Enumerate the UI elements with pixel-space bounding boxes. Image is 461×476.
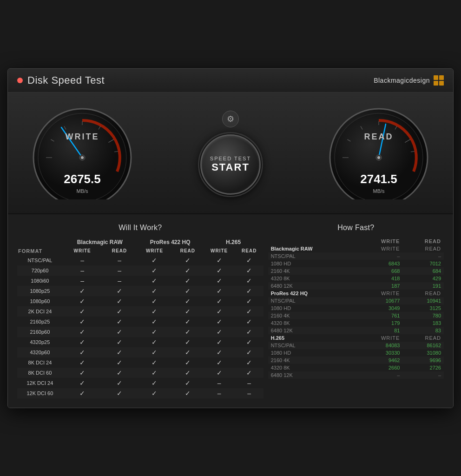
check-cell: – <box>102 255 137 265</box>
format-cell: 12K DCI 60 <box>17 388 63 398</box>
hf-row-label: 6480 12K <box>268 371 357 379</box>
check-cell: ✓ <box>172 378 203 388</box>
hf-row-label: 1080 HD <box>268 260 357 267</box>
table-row: 2160p60✓✓✓✓✓✓ <box>17 327 263 337</box>
check-cell: ✓ <box>204 368 235 378</box>
settings-button[interactable]: ⚙ <box>222 111 239 127</box>
check-cell: ✓ <box>102 327 137 337</box>
table-row: NTSC/PAL––✓✓✓✓ <box>17 255 263 265</box>
col-header-row-2: FORMAT WRITE READ WRITE READ WRITE READ <box>17 247 263 255</box>
check-cell: ✓ <box>102 296 137 306</box>
read-gauge-unit: MB/s <box>373 188 384 194</box>
check-cell: ✓ <box>204 306 235 317</box>
check-cell: ✓ <box>235 296 263 306</box>
hf-write-header: WRITE <box>357 238 402 245</box>
check-cell: ✓ <box>102 368 137 378</box>
hf-write-value: – <box>357 252 402 260</box>
check-cell: ✓ <box>63 286 102 296</box>
check-cell: ✓ <box>137 255 172 265</box>
hf-row-label: 6480 12K <box>268 282 357 290</box>
check-cell: ✓ <box>137 347 172 357</box>
check-cell: ✓ <box>172 296 203 306</box>
hf-read-value: 9696 <box>402 357 444 364</box>
check-cell: ✓ <box>235 357 263 368</box>
check-cell: ✓ <box>137 388 172 398</box>
table-row: 1080p60✓✓✓✓✓✓ <box>17 296 263 306</box>
hf-write-value: 187 <box>357 282 402 290</box>
check-cell: – <box>63 276 102 286</box>
write-gauge: WRITE 2675.5 MB/s <box>26 106 138 199</box>
svg-point-23 <box>377 156 380 159</box>
format-cell: 8K DCI 24 <box>17 357 63 368</box>
hf-row-label: 2160 4K <box>268 267 357 275</box>
close-button[interactable] <box>17 78 23 83</box>
hf-section-label: H.265 <box>268 334 357 342</box>
check-cell: ✓ <box>137 327 172 337</box>
hf-row-label: 2160 4K <box>268 312 357 319</box>
hf-row-label: 4320 8K <box>268 275 357 282</box>
will-it-work-panel: Will It Work? Blackmagic RAW ProRes 422 … <box>17 224 263 398</box>
check-cell: ✓ <box>102 378 137 388</box>
hf-data-row: 2160 4K94629696 <box>268 357 444 364</box>
hf-row-label: 4320 8K <box>268 319 357 327</box>
check-cell: ✓ <box>102 347 137 357</box>
check-cell: ✓ <box>204 296 235 306</box>
check-cell: – <box>204 378 235 388</box>
gauges-section: WRITE 2675.5 MB/s ⚙ SPEED TEST START <box>8 93 453 214</box>
check-cell: ✓ <box>172 368 203 378</box>
hf-row-label: 6480 12K <box>268 327 357 334</box>
check-cell: ✓ <box>63 357 102 368</box>
check-cell: ✓ <box>204 276 235 286</box>
hf-row-label: NTSC/PAL <box>268 342 357 349</box>
check-cell: ✓ <box>63 296 102 306</box>
format-cell: 1080p60 <box>17 296 63 306</box>
check-cell: – <box>63 265 102 276</box>
hf-read-value: 191 <box>402 282 444 290</box>
table-row: 4320p60✓✓✓✓✓✓ <box>17 347 263 357</box>
check-cell: ✓ <box>137 276 172 286</box>
format-cell: 1080p25 <box>17 286 63 296</box>
hf-read-value: – <box>402 371 444 379</box>
hf-section-header-row: H.265WRITEREAD <box>268 334 444 342</box>
will-it-work-table: Blackmagic RAW ProRes 422 HQ H.265 FORMA… <box>17 238 263 398</box>
check-cell: ✓ <box>235 276 263 286</box>
h265-group-header: H.265 <box>204 238 263 247</box>
check-cell: ✓ <box>102 286 137 296</box>
check-cell: – <box>63 255 102 265</box>
check-cell: ✓ <box>102 357 137 368</box>
check-cell: ✓ <box>172 347 203 357</box>
col-header-row-1: Blackmagic RAW ProRes 422 HQ H.265 <box>17 238 263 247</box>
app-title: Disk Speed Test <box>27 74 105 86</box>
check-cell: ✓ <box>102 337 137 347</box>
read-gauge-canvas: READ 2741.5 MB/s <box>323 106 435 199</box>
table-row: 720p60––✓✓✓✓ <box>17 265 263 276</box>
how-fast-title: How Fast? <box>268 224 444 232</box>
how-fast-header: WRITE READ <box>268 238 444 245</box>
check-cell: ✓ <box>137 317 172 327</box>
check-cell: ✓ <box>172 357 203 368</box>
check-cell: ✓ <box>235 317 263 327</box>
format-cell: NTSC/PAL <box>17 255 63 265</box>
check-cell: ✓ <box>137 378 172 388</box>
hf-read-value: 183 <box>402 319 444 327</box>
table-row: 4320p25✓✓✓✓✓✓ <box>17 337 263 347</box>
hf-read-value: 684 <box>402 267 444 275</box>
check-cell: ✓ <box>204 357 235 368</box>
hf-read-col: READ <box>402 245 444 252</box>
raw-write-header: WRITE <box>63 247 102 255</box>
check-cell: ✓ <box>172 317 203 327</box>
check-cell: ✓ <box>137 337 172 347</box>
write-gauge-unit: MB/s <box>76 188 88 194</box>
how-fast-panel: How Fast? WRITE READ Blackmagic RAWWRITE… <box>268 224 444 398</box>
brand-logo: Blackmagicdesign <box>374 75 444 86</box>
hf-row-label: NTSC/PAL <box>268 297 357 304</box>
hf-data-row: NTSC/PAL1067710941 <box>268 297 444 304</box>
table-row: 2160p25✓✓✓✓✓✓ <box>17 317 263 327</box>
hf-section-label: ProRes 422 HQ <box>268 290 357 297</box>
format-cell: 2160p25 <box>17 317 63 327</box>
start-button[interactable]: SPEED TEST START <box>200 134 261 195</box>
read-gauge-value: 2741.5 <box>360 172 397 186</box>
check-cell: ✓ <box>137 357 172 368</box>
check-cell: – <box>102 276 137 286</box>
prores-read-header: READ <box>172 247 203 255</box>
